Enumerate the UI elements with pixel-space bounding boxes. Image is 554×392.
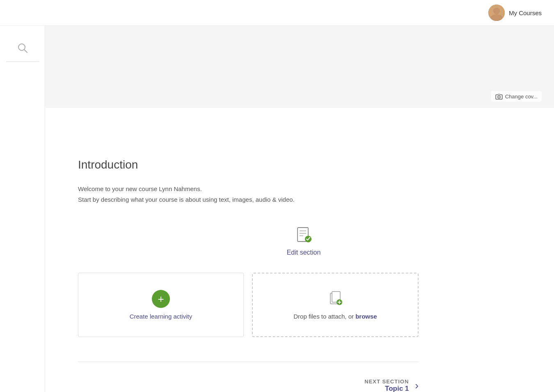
svg-line-4: [24, 50, 27, 53]
svg-point-3: [18, 44, 25, 50]
edit-section-icon: [293, 225, 314, 246]
hero-area: Change cov...: [0, 26, 554, 108]
camera-icon: [495, 93, 503, 100]
next-section-text: NEXT SECTION Topic 1: [364, 378, 409, 392]
action-cards: + Create learning activity Drop files to…: [78, 273, 419, 337]
welcome-text: Welcome to your new course Lynn Nahmens.…: [78, 184, 529, 205]
create-activity-label: Create learning activity: [130, 313, 192, 320]
main-content: Introduction Welcome to your new course …: [45, 134, 554, 392]
next-section-name: Topic 1: [364, 385, 409, 392]
chevron-right-icon: ›: [415, 379, 419, 392]
header: My Courses: [0, 0, 554, 26]
drop-text: Drop files to attach, or browse: [293, 313, 377, 320]
edit-section-area: Edit section: [78, 225, 529, 256]
edit-section-label: Edit section: [287, 249, 321, 256]
welcome-line2: Start by describing what your course is …: [78, 194, 529, 205]
drop-files-card[interactable]: Drop files to attach, or browse: [252, 273, 419, 337]
header-right: My Courses: [488, 5, 542, 21]
change-cover-button[interactable]: Change cov...: [491, 91, 542, 102]
my-courses-link[interactable]: My Courses: [509, 9, 542, 16]
search-icon[interactable]: [17, 42, 28, 57]
sidebar: [0, 26, 45, 392]
section-title: Introduction: [78, 158, 529, 171]
svg-rect-0: [496, 95, 502, 99]
change-cover-label: Change cov...: [505, 93, 538, 100]
avatar[interactable]: [488, 5, 505, 21]
svg-rect-2: [498, 93, 500, 95]
create-activity-card[interactable]: + Create learning activity: [78, 273, 244, 337]
next-section-label: NEXT SECTION: [364, 378, 409, 385]
browse-link[interactable]: browse: [355, 313, 377, 320]
sidebar-divider: [6, 62, 39, 62]
section-divider: [78, 362, 419, 362]
file-upload-icon: [326, 290, 344, 308]
edit-section-button[interactable]: Edit section: [287, 225, 321, 256]
welcome-line1: Welcome to your new course Lynn Nahmens.: [78, 184, 529, 194]
plus-icon: +: [152, 290, 170, 308]
next-section-nav[interactable]: NEXT SECTION Topic 1 ›: [78, 378, 419, 392]
